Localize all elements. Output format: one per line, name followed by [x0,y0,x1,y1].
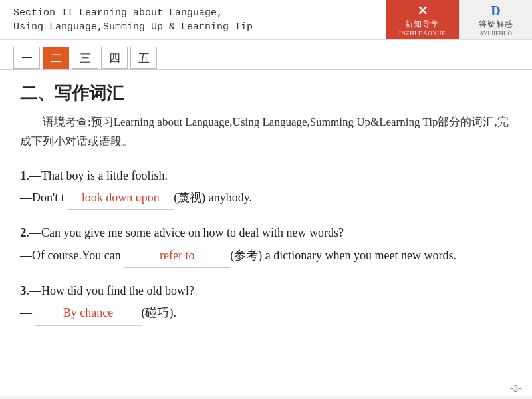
section-title: 二、写作词汇 [20,82,512,105]
main-content: 二、写作词汇 语境考查:预习Learning about Language,Us… [0,70,532,396]
qa-1-num: 1 [20,168,27,182]
qa-3-question: 3.—How did you find the old bowl? [20,279,512,302]
tab-1[interactable]: 一 [13,47,40,69]
intro-text: 语境考查:预习Learning about Language,Using Lan… [20,113,512,152]
badge-da-cn: 答疑解惑 [479,19,513,30]
badge-da: D 答疑解惑 AYI JIEHUO [459,0,532,39]
badge-xin: ✕ 新知导学 INZHI DAOXUE [386,0,459,39]
qa-block-2: 2.—Can you give me some advice on how to… [20,221,512,268]
header: Section II Learning about Language, Usin… [0,0,532,40]
header-badges: ✕ 新知导学 INZHI DAOXUE D 答疑解惑 AYI JIEHUO [386,0,532,39]
tab-bar: 一 二 三 四 五 [0,40,532,70]
tab-3[interactable]: 三 [72,47,98,69]
qa-2-num: 2 [20,225,27,239]
header-section-text: Section II Learning about Language, Usin… [0,0,386,39]
qa-3-blank: By chance [35,302,142,325]
qa-1-question: 1.—That boy is a little foolish. [20,164,512,187]
qa-2-answer: —Of course.You can refer to(参考) a dictio… [20,245,512,268]
tab-4[interactable]: 四 [101,47,128,69]
badge-da-pinyin: AYI JIEHUO [479,30,512,37]
qa-2-blank: refer to [124,245,230,268]
page-number: -3- [510,383,521,394]
badge-xin-icon: ✕ [417,3,428,19]
badge-xin-pinyin: INZHI DAOXUE [399,30,446,37]
qa-2-question: 2.—Can you give me some advice on how to… [20,221,512,244]
qa-block-3: 3.—How did you find the old bowl? — By c… [20,279,512,326]
badge-da-icon: D [491,3,500,19]
qa-1-blank: look down upon [67,187,174,210]
badge-xin-cn: 新知导学 [405,19,440,30]
qa-3-answer: — By chance(碰巧). [20,302,512,325]
tab-2[interactable]: 二 [43,47,69,69]
qa-block-1: 1.—That boy is a little foolish. —Don't … [20,164,512,211]
qa-3-num: 3 [20,283,27,297]
qa-1-answer: —Don't t look down upon(蔑视) anybody. [20,187,512,210]
tab-5[interactable]: 五 [130,47,157,69]
